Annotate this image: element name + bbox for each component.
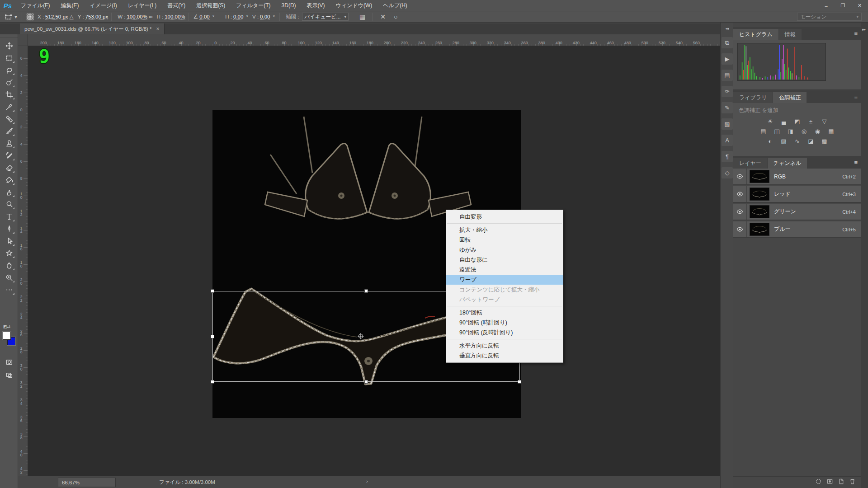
warp-mode-toggle-button[interactable]: ▦ [359, 13, 365, 20]
channel-row-グリーン[interactable]: グリーンCtrl+4 [733, 204, 861, 221]
tool-preset-caret-icon[interactable]: ▾ [14, 14, 17, 20]
swap-colors-icon[interactable]: ◩⇄ [3, 324, 10, 329]
menu-item-2[interactable]: イメージ(I) [84, 0, 122, 11]
adjustment-color-lookup-icon[interactable]: ▦ [826, 127, 836, 135]
channels-panel-menu-icon[interactable]: ≡ [854, 159, 858, 166]
canvas-viewport[interactable]: 9 [28, 46, 720, 476]
adjustment-color-balance-icon[interactable]: ◫ [772, 127, 782, 135]
menu-item-1[interactable]: 編集(E) [55, 0, 84, 11]
foreground-color-swatch[interactable] [3, 332, 11, 340]
panel-strip-tool-presets-icon[interactable]: ✑ [722, 86, 733, 97]
tool-move[interactable] [3, 40, 15, 52]
histogram-panel-menu-icon[interactable]: ≡ [854, 30, 858, 37]
panel-strip-measurement-log-icon[interactable]: ▤ [722, 70, 733, 81]
adjustment-exposure-icon[interactable]: ± [806, 117, 816, 125]
histogram-tab-1[interactable]: 情報 [779, 29, 802, 40]
link-aspect-icon[interactable]: ∞ [149, 14, 153, 20]
menu-item-3[interactable]: レイヤー(L) [123, 0, 162, 11]
adjustment-channel-mixer-icon[interactable]: ◉ [813, 127, 822, 135]
adjustment-gradient-map-icon[interactable]: ◪ [806, 137, 816, 145]
tool-zoom[interactable] [3, 272, 15, 283]
panel-strip-actions-icon[interactable]: ▶ [722, 53, 733, 65]
context-menu-item-13[interactable]: 90°回転 (反時計回り) [446, 328, 563, 338]
tool-brush[interactable] [3, 125, 15, 137]
quick-mask-button[interactable] [3, 356, 15, 368]
adjustment-levels-icon[interactable]: ▄ [779, 117, 788, 125]
y-value[interactable]: 753.00 px [85, 14, 108, 20]
w-value[interactable]: 100.00% [127, 14, 147, 20]
menu-item-6[interactable]: フィルター(T) [231, 0, 276, 11]
tool-healing[interactable] [3, 113, 15, 125]
close-tab-icon[interactable]: × [156, 26, 160, 32]
tool-smudge[interactable] [3, 186, 15, 198]
visibility-toggle[interactable] [733, 204, 747, 220]
panel-strip-clone-source-icon[interactable]: ⧉ [722, 37, 733, 48]
save-selection-as-channel-icon[interactable] [826, 478, 833, 487]
adjustment-brightness-contrast-icon[interactable]: ☀ [765, 117, 775, 125]
channels-tab-0[interactable]: レイヤー [733, 158, 767, 169]
menu-item-4[interactable]: 書式(Y) [162, 0, 191, 11]
tool-hand[interactable] [3, 259, 15, 271]
document-tab[interactable]: pew_00_uw_0031.dds @ 66.7% (レイヤー 0, RGB/… [20, 23, 165, 34]
new-channel-icon[interactable] [838, 478, 844, 487]
visibility-toggle[interactable] [733, 169, 747, 184]
panel-strip-paragraph-icon[interactable]: ¶ [722, 151, 733, 162]
horizontal-ruler[interactable]: 2001801601401201008060402002040608010012… [28, 34, 720, 46]
tool-stamp[interactable] [3, 137, 15, 149]
workspace-switcher[interactable]: モーション ▾ [797, 13, 862, 21]
adjustment-black-white-icon[interactable]: ◨ [786, 127, 795, 135]
menu-item-9[interactable]: ウィンドウ(W) [330, 0, 378, 11]
menu-item-7[interactable]: 3D(D) [276, 0, 302, 11]
adjustments-tab-0[interactable]: ライブラリ [733, 92, 773, 103]
load-channel-selection-icon[interactable] [815, 478, 822, 487]
visibility-toggle[interactable] [733, 186, 747, 202]
menu-item-5[interactable]: 選択範囲(S) [191, 0, 231, 11]
tool-pathselect[interactable] [3, 235, 15, 247]
delete-channel-icon[interactable] [849, 478, 856, 487]
context-menu-item-3[interactable]: 回転 [446, 235, 563, 245]
channels-tab-1[interactable]: チャンネル [768, 158, 807, 169]
transform-reference-point[interactable] [358, 333, 364, 339]
relative-position-toggle[interactable]: △ [70, 14, 74, 20]
context-menu-item-6[interactable]: 遠近法 [446, 265, 563, 275]
tool-historybrush[interactable] [3, 150, 15, 161]
histogram-tab-0[interactable]: ヒストグラム [733, 29, 778, 40]
tool-lasso[interactable] [3, 64, 15, 76]
vertical-ruler[interactable]: 642024681 01 21 41 61 82 02 22 42 62 83 … [18, 46, 28, 476]
tool-dodge[interactable] [3, 198, 15, 210]
adjustment-posterize-icon[interactable]: ▨ [779, 137, 788, 145]
context-menu-item-15[interactable]: 水平方向に反転 [446, 341, 563, 351]
adjustment-curves-icon[interactable]: ◩ [793, 117, 802, 125]
context-menu-item-2[interactable]: 拡大・縮小 [446, 225, 563, 235]
status-options-chevron-icon[interactable]: › [366, 479, 368, 484]
panel-strip-character-icon[interactable]: A [722, 135, 733, 146]
commit-transform-button[interactable]: ○ [394, 13, 397, 20]
tool-type[interactable] [3, 211, 15, 222]
collapse-panels-icon[interactable]: ◂◂ [721, 26, 733, 31]
context-menu-item-11[interactable]: 180°回転 [446, 308, 563, 318]
x-value[interactable]: 512.50 px [45, 14, 68, 20]
context-menu-item-5[interactable]: 自由な形に [446, 255, 563, 265]
context-menu-item-4[interactable]: ゆがみ [446, 245, 563, 255]
angle-value[interactable]: 0.00 [199, 14, 209, 20]
tool-eyedropper[interactable] [3, 101, 15, 113]
tool-quickselect[interactable] [3, 76, 15, 88]
expand-panels-icon[interactable]: ▸▸ [862, 27, 865, 32]
panel-strip-styles-icon[interactable]: ▧ [722, 118, 733, 130]
v-skew-value[interactable]: 0.00 [260, 14, 270, 20]
adjustment-photo-filter-icon[interactable]: ◎ [799, 127, 809, 135]
menu-item-0[interactable]: ファイル(F) [15, 0, 55, 11]
adjustment-invert-icon[interactable]: ◐ [765, 137, 775, 145]
close-button[interactable]: ✕ [851, 0, 868, 11]
zoom-level-field[interactable]: 66.67% [58, 478, 116, 487]
interpolation-dropdown[interactable]: バイキュービ... ▾ [302, 13, 348, 21]
channel-row-レッド[interactable]: レッドCtrl+3 [733, 186, 861, 203]
tool-gradient[interactable] [3, 174, 15, 186]
tool-shape[interactable] [3, 247, 15, 259]
tool-ellipsis[interactable] [3, 284, 15, 296]
toolbar-grip[interactable] [0, 34, 18, 38]
adjustment-vibrance-icon[interactable]: ▽ [820, 117, 829, 125]
cancel-transform-button[interactable]: ✕ [380, 13, 386, 20]
panel-strip-brush-settings-icon[interactable]: ✎ [722, 102, 733, 113]
h-value[interactable]: 100.00% [165, 14, 185, 20]
